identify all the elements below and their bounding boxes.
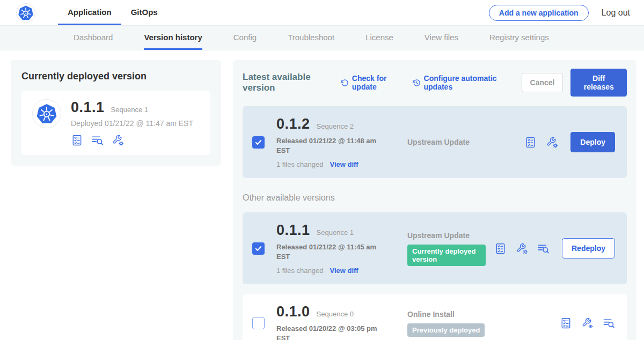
tab-dashboard-label: Dashboard — [74, 33, 113, 42]
other-versions-heading: Other available versions — [243, 193, 627, 203]
clock-refresh-icon — [413, 78, 421, 87]
redeploy-button[interactable]: Redeploy — [562, 238, 615, 258]
version-source-label: Upstream Update — [407, 231, 486, 240]
app-subnav: Dashboard Version history Config Trouble… — [0, 26, 644, 50]
check-icon — [254, 138, 262, 146]
tab-troubleshoot[interactable]: Troubleshoot — [288, 26, 334, 50]
currently-deployed-badge: Currently deployed version — [407, 245, 486, 266]
sequence-label: Sequence 1 — [317, 228, 354, 236]
sequence-label: Sequence 0 — [317, 310, 354, 318]
deploy-button[interactable]: Deploy — [570, 132, 615, 152]
config-wrench-gear-icon[interactable] — [112, 134, 124, 146]
tab-version-history[interactable]: Version history — [144, 26, 202, 50]
app-logo — [16, 3, 35, 23]
configure-automatic-updates-label: Configure automatic updates — [424, 74, 514, 91]
deployed-version-number: 0.1.1 — [71, 99, 105, 116]
kubernetes-logo-icon — [36, 103, 57, 124]
topnav-tab-application[interactable]: Application — [58, 0, 121, 25]
view-files-icon[interactable] — [603, 317, 615, 329]
version-source-label: Online Install — [407, 310, 551, 319]
tab-troubleshoot-label: Troubleshoot — [288, 33, 334, 42]
release-notes-icon[interactable] — [524, 136, 537, 149]
deployed-version-card: 0.1.1 Sequence 1 Deployed 01/21/22 @ 11:… — [21, 91, 210, 155]
refresh-icon — [341, 78, 349, 87]
release-notes-icon[interactable] — [560, 317, 572, 329]
files-changed-label: 1 files changed — [276, 267, 323, 275]
version-card-0-1-1: 0.1.1 Sequence 1 Released 01/21/22 @ 11:… — [243, 212, 627, 284]
release-notes-icon[interactable] — [71, 134, 83, 146]
released-timestamp: Released 01/21/22 @ 11:48 am EST — [276, 136, 379, 155]
deployed-sequence-label: Sequence 1 — [111, 106, 148, 114]
topnav-right: Add a new application Log out — [489, 0, 630, 25]
version-checkbox[interactable] — [252, 242, 265, 255]
app-icon-circle — [32, 99, 61, 128]
version-card-0-1-2: 0.1.2 Sequence 2 Released 01/21/22 @ 11:… — [243, 106, 627, 178]
currently-deployed-title: Currently deployed version — [21, 71, 210, 82]
tab-view-files-label: View files — [425, 33, 458, 42]
version-number: 0.1.0 — [276, 304, 310, 320]
topnav-tab-gitops-label: GitOps — [131, 8, 158, 17]
config-wrench-gear-icon[interactable] — [516, 242, 528, 255]
configure-automatic-updates-link[interactable]: Configure automatic updates — [413, 74, 514, 91]
view-files-icon[interactable] — [91, 134, 104, 146]
available-versions-header: Latest available version Check for updat… — [243, 69, 627, 97]
available-versions-panel: Latest available version Check for updat… — [233, 60, 636, 340]
released-timestamp: Released 01/21/22 @ 11:45 am EST — [276, 242, 379, 261]
tab-registry-settings-label: Registry settings — [489, 33, 549, 42]
tab-version-history-label: Version history — [144, 33, 202, 42]
main-content: Currently deployed version 0.1.1 Sequenc… — [0, 50, 644, 340]
files-changed-label: 1 files changed — [276, 160, 323, 168]
version-checkbox[interactable] — [252, 317, 265, 329]
version-checkbox[interactable] — [252, 136, 265, 149]
config-wrench-eye-icon[interactable] — [581, 317, 594, 329]
view-files-icon[interactable] — [537, 242, 550, 255]
version-source-label: Upstream Update — [407, 138, 516, 146]
tab-registry-settings[interactable]: Registry settings — [489, 26, 549, 50]
previously-deployed-badge: Previously deployed — [407, 323, 485, 337]
top-navbar: Application GitOps Add a new application… — [0, 0, 644, 26]
view-diff-link[interactable]: View diff — [330, 267, 358, 275]
tab-dashboard[interactable]: Dashboard — [74, 26, 113, 50]
check-for-update-label: Check for update — [352, 74, 405, 91]
cancel-button[interactable]: Cancel — [522, 73, 564, 92]
tab-view-files[interactable]: View files — [425, 26, 458, 50]
tab-license-label: License — [365, 33, 393, 42]
topnav-tab-application-label: Application — [68, 8, 112, 17]
release-notes-icon[interactable] — [494, 242, 507, 255]
topnav-tab-gitops[interactable]: GitOps — [121, 0, 167, 25]
view-diff-link[interactable]: View diff — [330, 160, 358, 168]
released-timestamp: Released 01/20/22 @ 03:05 pm EST — [276, 324, 379, 340]
add-application-button[interactable]: Add a new application — [489, 5, 589, 21]
deployed-timestamp: Deployed 01/21/22 @ 11:47 am EST — [71, 119, 193, 128]
version-number: 0.1.2 — [276, 116, 310, 132]
check-icon — [254, 245, 262, 253]
tab-config[interactable]: Config — [233, 26, 257, 50]
version-number: 0.1.1 — [276, 222, 310, 239]
logout-link[interactable]: Log out — [602, 8, 630, 18]
kubernetes-logo-icon — [18, 5, 34, 21]
check-for-update-link[interactable]: Check for update — [341, 74, 405, 91]
tab-license[interactable]: License — [365, 26, 393, 50]
tab-config-label: Config — [233, 33, 257, 42]
config-wrench-gear-icon[interactable] — [546, 136, 558, 149]
currently-deployed-panel: Currently deployed version 0.1.1 Sequenc… — [11, 60, 221, 166]
sequence-label: Sequence 2 — [317, 122, 354, 130]
version-card-0-1-0: 0.1.0 Sequence 0 Released 01/20/22 @ 03:… — [243, 294, 627, 340]
latest-available-title: Latest available version — [243, 72, 332, 93]
diff-releases-button[interactable]: Diff releases — [570, 69, 627, 97]
